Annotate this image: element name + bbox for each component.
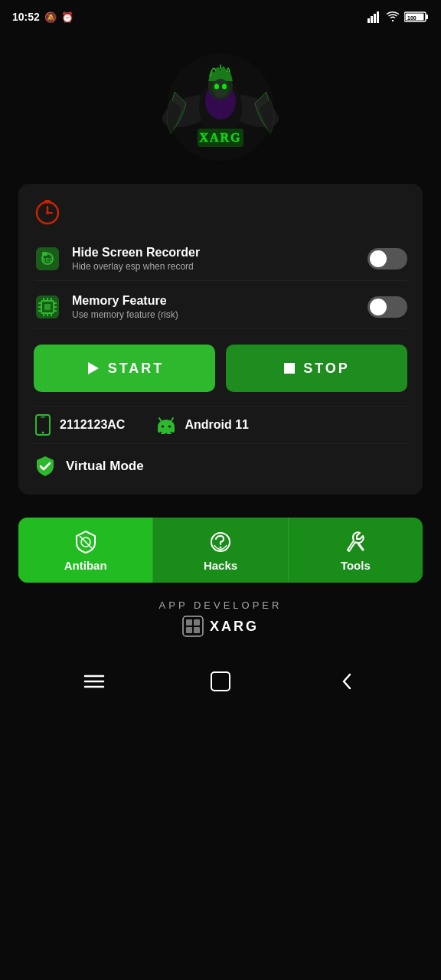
start-button[interactable]: START: [34, 345, 215, 392]
nav-hacks[interactable]: Hacks: [153, 518, 288, 583]
svg-point-62: [219, 547, 221, 549]
logo-svg: XARG XARG: [159, 46, 282, 168]
app-logo: XARG XARG: [159, 46, 282, 168]
back-button[interactable]: [332, 666, 362, 697]
svg-rect-46: [284, 363, 295, 374]
svg-line-53: [159, 418, 162, 422]
stop-icon: [283, 362, 296, 374]
hacks-label: Hacks: [204, 559, 237, 572]
svg-rect-66: [194, 619, 200, 626]
status-bar: 10:52 🔕 ⏰ 100: [0, 0, 441, 31]
developer-label: App Developer: [159, 599, 283, 611]
android-version-item: Android 11: [155, 416, 249, 434]
timer-row: [34, 198, 407, 225]
antiban-label: Antiban: [64, 559, 107, 572]
sys-nav: [0, 652, 441, 710]
svg-rect-65: [186, 619, 192, 626]
svg-rect-48: [41, 416, 45, 418]
stop-label: STOP: [303, 361, 350, 377]
brand-icon: [182, 616, 204, 637]
toggle-left-memory: Memory Feature Use memory feature (risk): [34, 293, 178, 321]
virtual-mode-label: Virtual Mode: [66, 459, 144, 474]
memory-text: Memory Feature Use memory feature (risk): [72, 294, 178, 320]
hide-screen-title: Hide Screen Recorder: [72, 246, 200, 260]
mute-icon: 🔕: [44, 11, 57, 23]
home-button[interactable]: [205, 666, 236, 697]
memory-feature-row: Memory Feature Use memory feature (risk): [34, 286, 407, 329]
menu-button[interactable]: [79, 666, 109, 697]
android-icon: [155, 416, 177, 434]
stop-button[interactable]: STOP: [226, 345, 407, 392]
svg-point-51: [162, 426, 164, 428]
hide-screen-text: Hide Screen Recorder Hide overlay esp wh…: [72, 246, 200, 272]
svg-point-15: [214, 84, 219, 90]
memory-title: Memory Feature: [72, 294, 178, 308]
timer-icon: [34, 198, 407, 225]
hacks-icon: [208, 530, 233, 554]
svg-text:REC: REC: [42, 257, 54, 263]
svg-text:XARG: XARG: [199, 131, 241, 144]
android-version: Android 11: [185, 418, 249, 432]
tools-icon: [343, 530, 368, 554]
svg-rect-0: [368, 18, 370, 23]
svg-rect-67: [186, 627, 192, 633]
svg-rect-1: [371, 16, 373, 23]
play-icon: [85, 361, 100, 376]
svg-line-54: [171, 418, 173, 422]
svg-text:100: 100: [407, 15, 416, 21]
svg-point-16: [222, 84, 227, 90]
rec-icon: REC: [34, 245, 61, 273]
svg-rect-55: [158, 426, 161, 433]
svg-rect-56: [172, 426, 175, 433]
svg-rect-2: [374, 14, 376, 23]
shield-check-icon: [34, 455, 57, 478]
antiban-icon: [74, 530, 98, 554]
status-right: 100: [368, 11, 429, 23]
memory-subtitle: Use memory feature (risk): [72, 309, 178, 320]
signal-icon: [368, 11, 381, 23]
logo-area: XARG XARG: [0, 31, 441, 176]
svg-rect-3: [377, 11, 379, 23]
svg-line-63: [358, 544, 363, 550]
device-id-item: 2112123AC: [34, 414, 125, 436]
alarm-icon: ⏰: [61, 11, 74, 23]
info-row: 2112123AC Android 11: [34, 406, 407, 443]
bottom-nav: Antiban Hacks Tools: [18, 518, 423, 583]
device-id: 2112123AC: [60, 418, 125, 432]
cpu-icon: [34, 293, 61, 321]
svg-point-25: [46, 211, 49, 214]
footer: App Developer XARG: [0, 599, 441, 645]
svg-rect-68: [194, 627, 200, 633]
svg-rect-5: [426, 15, 428, 19]
nav-antiban[interactable]: Antiban: [18, 518, 153, 583]
wifi-icon: [386, 11, 400, 23]
brand-name: XARG: [210, 619, 259, 635]
status-time: 10:52: [12, 11, 40, 23]
tools-label: Tools: [341, 559, 371, 572]
svg-marker-45: [88, 362, 99, 374]
start-label: START: [108, 361, 165, 377]
hide-screen-recorder-row: REC Hide Screen Recorder Hide overlay es…: [34, 237, 407, 281]
svg-rect-64: [183, 616, 203, 636]
svg-point-52: [168, 426, 171, 428]
svg-rect-72: [211, 672, 230, 691]
button-row: START STOP: [34, 345, 407, 392]
svg-point-49: [42, 432, 44, 434]
phone-icon: [34, 414, 52, 436]
main-card: REC Hide Screen Recorder Hide overlay es…: [18, 184, 423, 495]
nav-tools[interactable]: Tools: [289, 518, 423, 583]
hide-screen-toggle[interactable]: [368, 248, 407, 270]
svg-rect-58: [167, 433, 172, 434]
svg-rect-28: [42, 252, 47, 256]
virtual-mode-row: Virtual Mode: [34, 443, 407, 481]
status-left: 10:52 🔕 ⏰: [12, 11, 74, 23]
memory-toggle[interactable]: [368, 296, 407, 318]
toggle-left: REC Hide Screen Recorder Hide overlay es…: [34, 245, 200, 273]
brand-row: XARG: [182, 616, 259, 637]
svg-rect-57: [161, 433, 165, 434]
svg-point-14: [212, 79, 229, 97]
battery-icon: 100: [404, 11, 429, 23]
svg-rect-32: [44, 304, 51, 310]
hide-screen-subtitle: Hide overlay esp when record: [72, 261, 200, 272]
